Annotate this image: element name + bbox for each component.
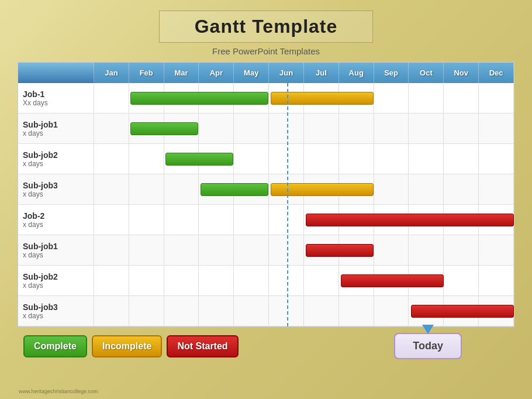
- today-badge: Today: [394, 333, 462, 359]
- month-header-mar: Mar: [164, 63, 199, 83]
- row-label-5: Sub-job1x days: [18, 235, 94, 265]
- grid-cell-3-1: [129, 174, 164, 204]
- grid-cell-2-7: [339, 144, 374, 174]
- grid-cell-1-3: [199, 113, 234, 143]
- row-name: Sub-job3: [23, 181, 89, 190]
- chart-body: Job-1Xx daysSub-job1x daysSub-job2x days…: [18, 83, 514, 326]
- grid-cell-7-3: [199, 296, 234, 326]
- grid-cell-4-3: [199, 205, 234, 235]
- row-name: Sub-job1: [23, 120, 89, 129]
- gantt-bar-not-started: [306, 214, 514, 226]
- table-row: Job-2x days: [18, 205, 514, 235]
- chart-container: JanFebMarAprMayJunJulAugSepOctNovDec Job…: [18, 62, 514, 327]
- grid-cell-1-10: [444, 113, 479, 143]
- row-days: x days: [23, 129, 89, 137]
- grid-cell-2-1: [129, 144, 164, 174]
- grid-cell-2-11: [479, 144, 514, 174]
- today-line: [287, 83, 288, 326]
- subtitle: Free PowerPoint Templates: [212, 46, 320, 56]
- grid-cell-5-0: [94, 235, 129, 265]
- grid-cell-0-0: [94, 83, 129, 113]
- grid-cell-1-6: [304, 113, 339, 143]
- month-header-feb: Feb: [129, 63, 164, 83]
- grid-cell-5-4: [234, 235, 269, 265]
- grid-cell-4-1: [129, 205, 164, 235]
- page-title: Gantt Template: [195, 16, 338, 37]
- grid-cell-0-10: [444, 83, 479, 113]
- row-days: x days: [23, 160, 89, 168]
- gantt-bar-not-started: [411, 305, 514, 318]
- grid-cell-5-11: [479, 235, 514, 265]
- grid-cell-7-7: [339, 296, 374, 326]
- month-header-dec: Dec: [479, 63, 514, 83]
- row-label-0: Job-1Xx days: [18, 83, 94, 113]
- grid-cell-3-10: [444, 174, 479, 204]
- grid-cell-3-0: [94, 174, 129, 204]
- grid-cell-6-1: [129, 266, 164, 295]
- table-row: Sub-job3x days: [18, 174, 514, 205]
- table-row: Sub-job2x days: [18, 144, 514, 174]
- grid-cell-6-11: [479, 266, 514, 295]
- row-label-7: Sub-job3x days: [18, 296, 94, 326]
- month-header-may: May: [234, 63, 269, 83]
- grid-cell-2-0: [94, 144, 129, 174]
- month-header-apr: Apr: [199, 63, 234, 83]
- gantt-bar-incomplete: [271, 92, 374, 105]
- gantt-bar-incomplete: [271, 183, 374, 196]
- grid-cell-5-3: [199, 235, 234, 265]
- grid-cell-4-0: [94, 205, 129, 235]
- month-header-nov: Nov: [444, 63, 479, 83]
- legend-complete: Complete: [23, 335, 87, 357]
- row-days: x days: [23, 221, 89, 229]
- grid-cell-1-0: [94, 113, 129, 143]
- grid-cell-1-9: [409, 113, 444, 143]
- month-header-aug: Aug: [339, 63, 374, 83]
- grid-cell-1-7: [339, 113, 374, 143]
- legend-incomplete: Incomplete: [92, 335, 162, 357]
- grid-cell-5-10: [444, 235, 479, 265]
- grid-cell-7-6: [304, 296, 339, 326]
- grid-cell-2-8: [374, 144, 409, 174]
- header-empty: [18, 63, 94, 83]
- grid-cell-1-8: [374, 113, 409, 143]
- grid-cell-5-1: [129, 235, 164, 265]
- gantt-bar-not-started: [341, 274, 444, 287]
- title-box: Gantt Template: [159, 11, 374, 43]
- grid-cell-5-2: [164, 235, 199, 265]
- today-label: Today: [413, 340, 443, 352]
- month-header-jun: Jun: [269, 63, 304, 83]
- row-name: Job-2: [23, 211, 89, 221]
- table-row: Sub-job1x days: [18, 235, 514, 266]
- grid-cell-6-6: [304, 266, 339, 295]
- row-name: Sub-job2: [23, 150, 89, 160]
- grid-cell-2-10: [444, 144, 479, 174]
- row-label-6: Sub-job2x days: [18, 266, 94, 295]
- row-days: x days: [23, 251, 89, 259]
- table-row: Sub-job1x days: [18, 113, 514, 144]
- grid-cell-5-8: [374, 235, 409, 265]
- gantt-bar-complete: [201, 183, 268, 196]
- grid-cell-5-9: [409, 235, 444, 265]
- grid-cell-6-4: [234, 266, 269, 295]
- row-label-3: Sub-job3x days: [18, 174, 94, 204]
- row-name: Sub-job1: [23, 242, 89, 251]
- grid-cell-6-10: [444, 266, 479, 295]
- grid-cell-6-0: [94, 266, 129, 295]
- grid-cell-7-4: [234, 296, 269, 326]
- grid-cell-4-4: [234, 205, 269, 235]
- table-row: Sub-job3x days: [18, 296, 514, 326]
- gantt-bar-not-started: [306, 244, 374, 257]
- grid-cell-0-8: [374, 83, 409, 113]
- grid-cell-1-4: [234, 113, 269, 143]
- row-days: x days: [23, 312, 89, 320]
- grid-cell-2-9: [409, 144, 444, 174]
- grid-cell-3-11: [479, 174, 514, 204]
- table-row: Job-1Xx days: [18, 83, 514, 113]
- row-label-4: Job-2x days: [18, 205, 94, 235]
- row-name: Job-1: [23, 90, 89, 99]
- table-row: Sub-job2x days: [18, 266, 514, 296]
- legend-not-started: Not Started: [167, 335, 238, 357]
- gantt-bar-complete: [130, 122, 198, 135]
- row-label-2: Sub-job2x days: [18, 144, 94, 174]
- chart-header: JanFebMarAprMayJunJulAugSepOctNovDec: [18, 63, 514, 83]
